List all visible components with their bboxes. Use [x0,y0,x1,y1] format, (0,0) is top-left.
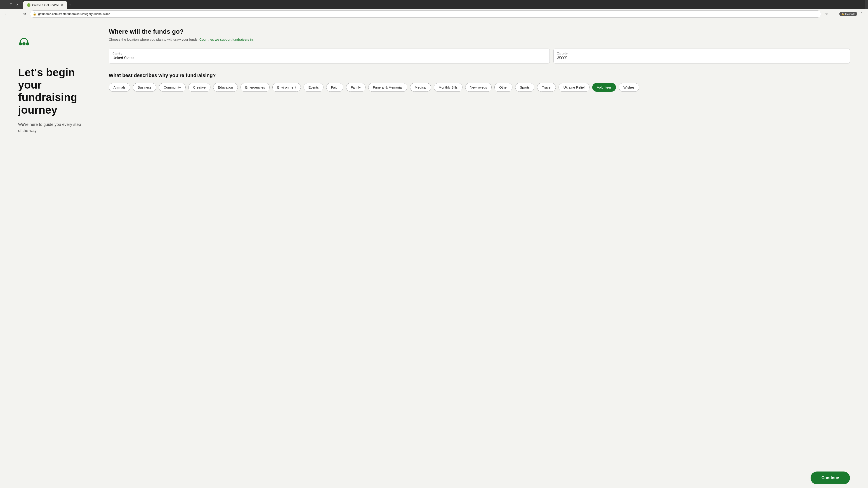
hero-subtitle: We're here to guide you every step of th… [18,122,81,134]
category-tag-education[interactable]: Education [213,83,238,92]
browser-toolbar: ← → ↻ 🔒 gofundme.com/create/fundraiser/c… [0,9,868,19]
location-form-row: Country United States Zip code 35005 [109,48,850,64]
incognito-badge: 🕵 Incognito [839,12,857,16]
minimize-button[interactable]: — [3,2,7,6]
country-value: United States [113,56,134,60]
logo [18,37,81,48]
url-text: gofundme.com/create/fundraiser/category/… [38,12,818,15]
country-field[interactable]: Country United States [109,48,550,64]
countries-link[interactable]: Countries we support fundraisers in. [199,37,254,41]
menu-icon[interactable]: ⋮ [858,10,865,18]
tab-close-icon[interactable]: ✕ [61,3,64,7]
category-tag-animals[interactable]: Animals [109,83,130,92]
country-label: Country [113,52,546,55]
category-tag-monthly-bills[interactable]: Monthly Bills [434,83,462,92]
active-tab[interactable]: 🟢 Create a GoFundMe ✕ [23,1,67,9]
funds-section-subtitle: Choose the location where you plan to wi… [109,37,850,42]
funds-section-title: Where will the funds go? [109,28,850,35]
svg-point-2 [26,42,29,45]
close-button[interactable]: ✕ [16,2,20,6]
browser-chrome: — ⎕ ✕ 🟢 Create a GoFundMe ✕ + ← → ↻ 🔒 go… [0,0,868,19]
funds-subtitle-text: Choose the location where you plan to wi… [109,37,198,41]
category-tag-other[interactable]: Other [494,83,513,92]
category-tag-faith[interactable]: Faith [326,83,343,92]
left-panel: Let's begin your fundraising journey We'… [0,19,95,468]
zip-label: Zip code [557,52,846,55]
svg-point-0 [19,42,22,45]
category-tag-events[interactable]: Events [304,83,323,92]
category-grid: AnimalsBusinessCommunityCreativeEducatio… [109,83,850,92]
category-tag-family[interactable]: Family [346,83,366,92]
tab-bar: 🟢 Create a GoFundMe ✕ + [23,0,865,9]
maximize-button[interactable]: ⎕ [9,2,13,6]
hero-title: Let's begin your fundraising journey [18,66,81,116]
page-content: Let's begin your fundraising journey We'… [0,19,868,468]
window-controls: — ⎕ ✕ [3,2,20,6]
new-tab-button[interactable]: + [67,1,73,9]
category-tag-emergencies[interactable]: Emergencies [241,83,270,92]
category-tag-volunteer[interactable]: Volunteer [592,83,616,92]
category-tag-environment[interactable]: Environment [272,83,301,92]
category-tag-medical[interactable]: Medical [410,83,431,92]
category-tag-sports[interactable]: Sports [515,83,534,92]
category-section-title: What best describes why you're fundraisi… [109,72,850,78]
continue-button[interactable]: Continue [811,471,850,484]
tab-favicon-icon: 🟢 [27,3,30,7]
gofundme-logo-icon [18,39,30,48]
reload-button[interactable]: ↻ [21,10,28,18]
category-tag-ukraine-relief[interactable]: Ukraine Relief [559,83,589,92]
category-tag-business[interactable]: Business [133,83,156,92]
browser-titlebar: — ⎕ ✕ 🟢 Create a GoFundMe ✕ + [0,0,868,9]
bottom-bar: Continue [0,468,868,488]
category-tag-creative[interactable]: Creative [188,83,211,92]
tab-title: Create a GoFundMe [32,3,59,7]
svg-point-1 [22,42,26,45]
back-button[interactable]: ← [3,10,10,18]
zip-value: 35005 [557,56,567,60]
right-panel: Where will the funds go? Choose the loca… [95,19,868,468]
incognito-label: Incognito [845,13,855,15]
zip-field[interactable]: Zip code 35005 [553,48,850,64]
category-tag-community[interactable]: Community [159,83,186,92]
address-bar[interactable]: 🔒 gofundme.com/create/fundraiser/categor… [30,10,821,18]
lock-icon: 🔒 [33,12,36,15]
category-tag-funeral---memorial[interactable]: Funeral & Memorial [368,83,407,92]
bookmark-icon[interactable]: ☆ [823,10,830,18]
split-screen-icon[interactable]: ⊞ [831,10,838,18]
incognito-icon: 🕵 [841,12,844,15]
category-tag-travel[interactable]: Travel [537,83,556,92]
forward-button[interactable]: → [12,10,19,18]
category-tag-wishes[interactable]: Wishes [619,83,639,92]
toolbar-right: ☆ ⊞ 🕵 Incognito ⋮ [823,10,865,18]
category-tag-newlyweds[interactable]: Newlyweds [465,83,492,92]
